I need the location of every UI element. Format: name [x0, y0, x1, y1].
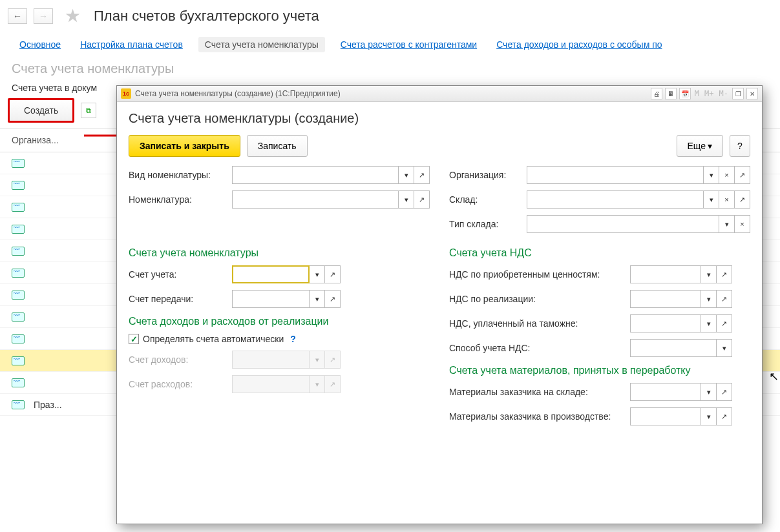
- copy-button[interactable]: ⧉: [81, 103, 96, 118]
- open-icon[interactable]: ↗: [414, 190, 430, 209]
- dropdown-icon[interactable]: ▾: [704, 190, 719, 209]
- dropdown-icon[interactable]: ▾: [701, 383, 717, 401]
- checkbox-auto-accounts[interactable]: ✓: [129, 334, 139, 344]
- calendar-icon[interactable]: 📅: [679, 88, 691, 99]
- open-icon[interactable]: ↗: [717, 314, 732, 332]
- label-vat-sales: НДС по реализации:: [449, 294, 630, 304]
- label-warehouse: Склад:: [449, 194, 527, 205]
- tab-nomenclature-accounts[interactable]: Счета учета номенклатуры: [198, 37, 325, 52]
- row-icon: [12, 356, 25, 365]
- nav-forward-button[interactable]: →: [34, 8, 53, 24]
- label-auto-accounts: Определять счета автоматически: [143, 334, 284, 344]
- dropdown-icon[interactable]: ▾: [701, 407, 717, 425]
- input-transfer-account[interactable]: [232, 290, 310, 308]
- open-icon[interactable]: ↗: [325, 265, 341, 283]
- clear-icon[interactable]: ×: [719, 190, 735, 209]
- calculator-icon[interactable]: 🖩: [665, 88, 677, 99]
- memory-m-indicator: M: [693, 89, 701, 98]
- input-nomenclature-type[interactable]: [232, 166, 399, 184]
- dialog-heading: Счета учета номенклатуры (создание): [129, 111, 750, 126]
- section-materials-title: Счета учета материалов, принятых в перер…: [449, 365, 750, 376]
- open-icon[interactable]: ↗: [325, 290, 341, 308]
- open-icon[interactable]: ↗: [735, 166, 750, 184]
- label-transfer-account: Счет передачи:: [129, 294, 232, 304]
- dropdown-icon[interactable]: ▾: [399, 166, 414, 184]
- input-warehouse[interactable]: [527, 190, 704, 209]
- input-vat-method[interactable]: [630, 339, 717, 357]
- more-button[interactable]: Еще▾: [677, 135, 724, 157]
- label-materials-production: Материалы заказчика в производстве:: [449, 411, 630, 422]
- help-icon[interactable]: ?: [290, 334, 296, 344]
- input-organization[interactable]: [527, 166, 704, 184]
- app-logo-icon: 1c: [121, 88, 131, 99]
- label-materials-warehouse: Материалы заказчика на складе:: [449, 387, 630, 397]
- open-icon[interactable]: ↗: [717, 383, 732, 401]
- label-account: Счет учета:: [129, 269, 232, 280]
- section-income-title: Счета доходов и расходов от реализации: [129, 316, 430, 327]
- row-icon: [12, 247, 25, 256]
- restore-window-icon[interactable]: ❐: [732, 88, 744, 99]
- row-icon: [12, 159, 25, 168]
- dropdown-icon[interactable]: ▾: [719, 215, 735, 233]
- open-icon[interactable]: ↗: [735, 190, 750, 209]
- label-income-account: Счет доходов:: [129, 354, 232, 365]
- dropdown-icon[interactable]: ▾: [399, 190, 414, 209]
- memory-mplus-indicator: M+: [703, 89, 715, 98]
- cursor-icon: ↖: [769, 369, 779, 384]
- row-icon: [12, 181, 25, 190]
- row-icon: [12, 269, 25, 278]
- input-vat-purchase[interactable]: [630, 265, 701, 283]
- save-and-close-button[interactable]: Записать и закрыть: [129, 135, 240, 157]
- dropdown-icon: ▾: [310, 351, 325, 369]
- clear-icon[interactable]: ×: [735, 215, 750, 233]
- row-icon: [12, 225, 25, 234]
- row-icon: [12, 400, 25, 409]
- dropdown-icon[interactable]: ▾: [701, 265, 717, 283]
- dropdown-icon[interactable]: ▾: [701, 314, 717, 332]
- row-icon: [12, 334, 25, 343]
- row-icon: [12, 312, 25, 322]
- dropdown-icon[interactable]: ▾: [717, 339, 732, 357]
- row-icon: [12, 291, 25, 300]
- print-icon[interactable]: 🖨: [651, 88, 662, 99]
- tab-plan-settings[interactable]: Настройка плана счетов: [76, 37, 187, 52]
- input-vat-customs[interactable]: [630, 314, 701, 332]
- open-icon[interactable]: ↗: [717, 265, 732, 283]
- label-expense-account: Счет расходов:: [129, 379, 232, 389]
- dropdown-icon: ▾: [310, 375, 325, 393]
- save-button[interactable]: Записать: [247, 135, 308, 157]
- input-materials-warehouse[interactable]: [630, 383, 701, 401]
- input-nomenclature[interactable]: [232, 190, 399, 209]
- input-account[interactable]: [232, 265, 310, 283]
- open-icon[interactable]: ↗: [717, 290, 732, 308]
- label-nomenclature: Номенклатура:: [129, 194, 232, 205]
- dropdown-icon[interactable]: ▾: [310, 265, 325, 283]
- dialog-titlebar[interactable]: 1c Счета учета номенклатуры (создание) (…: [117, 86, 762, 102]
- open-icon[interactable]: ↗: [414, 166, 430, 184]
- help-button[interactable]: ?: [730, 135, 750, 157]
- dropdown-icon[interactable]: ▾: [704, 166, 719, 184]
- input-warehouse-type[interactable]: [527, 215, 719, 233]
- row-icon: [12, 378, 25, 387]
- tab-counterparty-accounts[interactable]: Счета расчетов с контрагентами: [337, 37, 481, 52]
- label-warehouse-type: Тип склада:: [449, 219, 527, 229]
- tab-main[interactable]: Основное: [16, 37, 65, 52]
- clear-icon[interactable]: ×: [719, 166, 735, 184]
- favorite-star-icon[interactable]: ★: [65, 5, 81, 26]
- input-expense-account: [232, 375, 310, 393]
- page-title: План счетов бухгалтерского учета: [94, 8, 319, 25]
- section-vat-title: Счета учета НДС: [449, 247, 750, 259]
- open-icon[interactable]: ↗: [717, 407, 732, 425]
- input-vat-sales[interactable]: [630, 290, 701, 308]
- create-button[interactable]: Создать: [8, 98, 74, 123]
- close-icon[interactable]: ✕: [746, 88, 758, 99]
- open-icon: ↗: [325, 375, 341, 393]
- label-nomenclature-type: Вид номенклатуры:: [129, 170, 232, 180]
- table-header-org[interactable]: Организа...: [12, 135, 70, 145]
- label-vat-purchase: НДС по приобретенным ценностям:: [449, 269, 630, 280]
- input-materials-production[interactable]: [630, 407, 701, 425]
- tab-income-expense-accounts[interactable]: Счета доходов и расходов с особым по: [492, 37, 666, 52]
- nav-back-button[interactable]: ←: [8, 8, 27, 24]
- dropdown-icon[interactable]: ▾: [310, 290, 325, 308]
- dropdown-icon[interactable]: ▾: [701, 290, 717, 308]
